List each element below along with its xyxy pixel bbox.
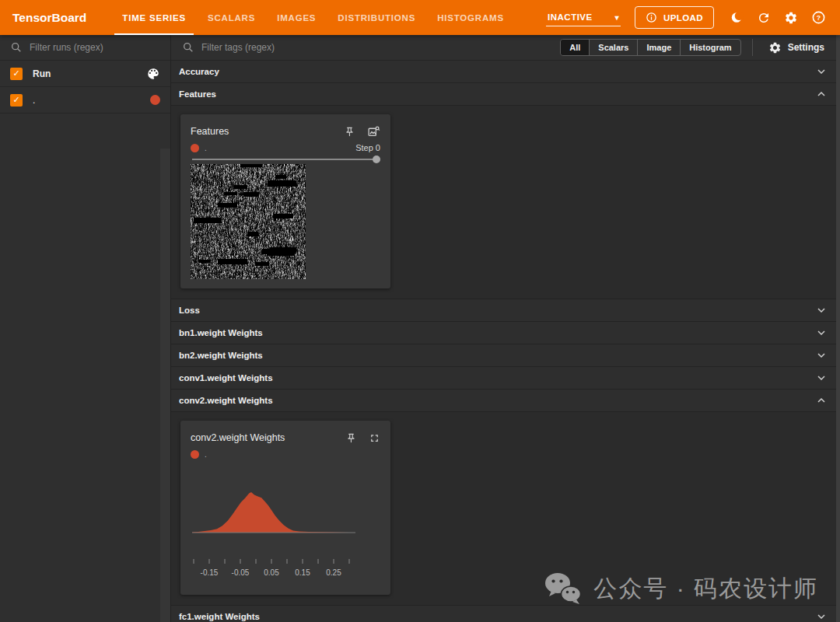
chevron-up-icon — [815, 394, 828, 407]
upload-label: UPLOAD — [663, 13, 703, 23]
select-all-checkbox[interactable]: ✓ — [10, 68, 23, 80]
tag-type-filter-group: All Scalars Image Histogram — [560, 39, 740, 56]
features-panel: Features . Step 0 — [171, 106, 840, 299]
runs-filter-input[interactable] — [30, 42, 160, 53]
status-dropdown[interactable]: INACTIVE ▾ — [546, 9, 621, 26]
refresh-icon[interactable] — [753, 7, 775, 29]
section-header-bn2-weight[interactable]: bn2.weight Weights — [171, 344, 840, 367]
features-card: Features . Step 0 — [180, 114, 390, 288]
svg-text:0.15: 0.15 — [295, 568, 310, 577]
section-header-accuracy[interactable]: Accuracy — [171, 61, 840, 83]
section-header-bn1-weight[interactable]: bn1.weight Weights — [171, 322, 840, 344]
chevron-down-icon — [815, 349, 828, 362]
run-label: . — [205, 144, 207, 152]
run-row[interactable]: ✓ . — [0, 87, 170, 114]
section-label: conv2.weight Weights — [179, 396, 815, 405]
step-label: Step 0 — [355, 143, 380, 152]
palette-icon[interactable] — [146, 67, 160, 81]
nav-tabs: TIME SERIES SCALARS IMAGES DISTRIBUTIONS… — [111, 0, 515, 35]
tags-filter-input[interactable] — [201, 42, 450, 53]
tags-filter-row — [182, 41, 560, 54]
chevron-down-icon — [815, 327, 828, 339]
tab-images[interactable]: IMAGES — [266, 0, 327, 35]
step-slider[interactable] — [191, 155, 380, 164]
conv2-panel: conv2.weight Weights . -0.15-0.050.050.1… — [171, 412, 840, 606]
filter-histogram-button[interactable]: Histogram — [680, 40, 740, 55]
filter-all-button[interactable]: All — [561, 40, 589, 55]
runs-header-row: ✓ Run — [0, 61, 170, 87]
svg-text:0.25: 0.25 — [326, 568, 341, 577]
slider-track — [192, 159, 379, 160]
filter-scalars-button[interactable]: Scalars — [589, 40, 637, 55]
histogram-chart[interactable]: -0.15-0.050.050.150.25 — [191, 461, 380, 585]
svg-text:?: ? — [816, 14, 820, 22]
upload-button[interactable]: UPLOAD — [635, 6, 714, 29]
tab-time-series[interactable]: TIME SERIES — [111, 0, 197, 35]
svg-text:0.05: 0.05 — [264, 568, 279, 577]
fullscreen-icon[interactable] — [369, 432, 380, 444]
section-label: bn1.weight Weights — [179, 328, 815, 337]
svg-text:-0.05: -0.05 — [232, 568, 250, 577]
section-header-conv2-weight[interactable]: conv2.weight Weights — [171, 390, 840, 412]
image-search-icon[interactable] — [367, 125, 380, 138]
card-title: conv2.weight Weights — [191, 432, 334, 443]
tab-label: SCALARS — [208, 13, 255, 23]
histogram-card: conv2.weight Weights . -0.15-0.050.050.1… — [180, 421, 390, 595]
section-header-loss[interactable]: Loss — [171, 299, 840, 322]
settings-button[interactable]: Settings — [764, 38, 829, 58]
filter-image-button[interactable]: Image — [637, 40, 680, 55]
svg-text:-0.15: -0.15 — [201, 568, 219, 577]
section-header-features[interactable]: Features — [171, 83, 840, 106]
run-color-dot — [191, 144, 199, 152]
runs-sidebar: ✓ Run ✓ . — [0, 35, 171, 622]
runs-column-label: Run — [33, 68, 51, 79]
card-title: Features — [191, 126, 332, 137]
status-label: INACTIVE — [548, 12, 593, 22]
tab-scalars[interactable]: SCALARS — [197, 0, 266, 35]
slider-thumb[interactable] — [373, 156, 380, 163]
pin-icon[interactable] — [345, 432, 357, 444]
tab-label: HISTOGRAMS — [437, 13, 504, 23]
tab-histograms[interactable]: HISTOGRAMS — [426, 0, 515, 35]
chevron-up-icon — [815, 88, 828, 100]
run-name: . — [33, 95, 35, 106]
section-label: conv1.weight Weights — [179, 373, 815, 383]
runs-filter-row — [0, 35, 170, 61]
settings-icon[interactable] — [780, 7, 802, 29]
run-color-swatch — [150, 95, 160, 105]
run-label: . — [205, 450, 207, 459]
section-label: Features — [179, 89, 815, 99]
gear-icon — [768, 41, 782, 54]
tags-toolbar: All Scalars Image Histogram Settings — [171, 35, 840, 61]
info-icon — [646, 12, 657, 23]
pin-icon[interactable] — [344, 126, 355, 138]
chevron-down-icon — [815, 610, 828, 622]
app-title: TensorBoard — [12, 11, 86, 25]
tab-label: DISTRIBUTIONS — [338, 13, 415, 23]
chevron-down-icon — [815, 304, 828, 316]
toolbar-divider — [752, 39, 753, 56]
section-header-fc1-weight[interactable]: fc1.weight Weights — [171, 606, 840, 622]
section-label: Loss — [179, 306, 815, 315]
section-label: Accuracy — [179, 67, 815, 76]
run-color-dot — [191, 450, 199, 459]
run-checkbox[interactable]: ✓ — [10, 94, 23, 107]
tab-distributions[interactable]: DISTRIBUTIONS — [327, 0, 426, 35]
app-header: TensorBoard TIME SERIES SCALARS IMAGES D… — [0, 0, 840, 35]
section-header-conv1-weight[interactable]: conv1.weight Weights — [171, 367, 840, 390]
help-icon[interactable]: ? — [807, 7, 829, 29]
section-label: fc1.weight Weights — [179, 612, 815, 621]
main-scrollbar[interactable] — [836, 35, 840, 622]
tab-label: TIME SERIES — [122, 13, 186, 23]
settings-label: Settings — [788, 42, 824, 53]
chevron-down-icon: ▾ — [615, 13, 620, 22]
section-label: bn2.weight Weights — [179, 351, 815, 360]
main-panel: All Scalars Image Histogram Settings Acc… — [171, 35, 840, 622]
dark-mode-icon[interactable] — [726, 7, 747, 29]
chevron-down-icon — [815, 65, 828, 78]
feature-image — [191, 164, 306, 279]
search-icon — [182, 41, 194, 54]
tab-label: IMAGES — [277, 13, 316, 23]
sidebar-scrollbar[interactable] — [160, 149, 170, 622]
chevron-down-icon — [815, 372, 828, 384]
